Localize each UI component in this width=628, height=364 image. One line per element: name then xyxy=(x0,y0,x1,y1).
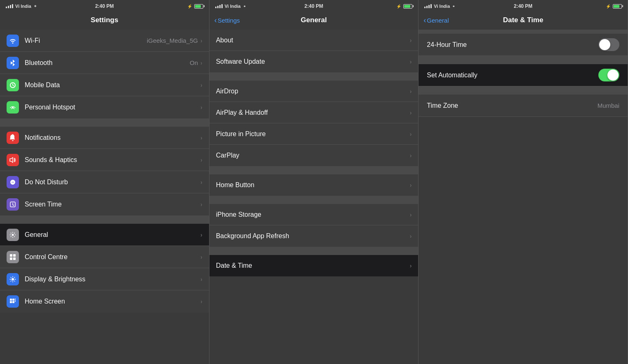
svg-rect-6 xyxy=(13,257,16,260)
iphonestorage-row[interactable]: iPhone Storage › xyxy=(209,204,419,225)
mobiledata-label: Mobile Data xyxy=(25,81,200,89)
general-chevron: › xyxy=(200,232,202,238)
divider-dt2 xyxy=(419,86,628,95)
signal-bar xyxy=(217,6,219,8)
svg-rect-9 xyxy=(10,301,12,303)
battery-1 xyxy=(194,4,203,9)
divider-1 xyxy=(0,118,209,127)
time-2: 2:40 PM xyxy=(305,3,323,9)
datetime-panel: Vi India ⚬ 2:40 PM ⚡ ‹ General Date & Ti… xyxy=(419,0,628,364)
bgrefresh-chevron: › xyxy=(410,233,412,239)
back-to-settings[interactable]: ‹ Settings xyxy=(214,17,240,24)
svg-rect-8 xyxy=(10,299,12,301)
setauto-label: Set Automatically xyxy=(427,72,598,79)
battery-2 xyxy=(403,4,412,9)
signal-bar xyxy=(424,7,426,8)
storage-chevron: › xyxy=(410,211,412,218)
setting-hotspot[interactable]: Personal Hotspot › xyxy=(0,96,209,118)
datetime-label: Date & Time xyxy=(216,262,410,269)
hotspot-label: Personal Hotspot xyxy=(25,104,200,111)
back-to-general[interactable]: ‹ General xyxy=(423,17,449,24)
homescreen-icon xyxy=(7,295,19,308)
datetime-title: Date & Time xyxy=(503,16,543,24)
divider-g4 xyxy=(209,247,419,255)
nav-header-datetime: ‹ General Date & Time xyxy=(419,12,628,30)
svg-rect-4 xyxy=(13,254,16,257)
charging-icon-1: ⚡ xyxy=(187,4,192,9)
cc-label: Control Centre xyxy=(25,253,200,261)
24hour-toggle[interactable] xyxy=(598,38,619,51)
setting-mobiledata[interactable]: Mobile Data › xyxy=(0,74,209,96)
setting-controlcentre[interactable]: Control Centre › xyxy=(0,246,209,268)
svg-rect-13 xyxy=(15,300,16,301)
battery-fill-1 xyxy=(195,5,201,8)
setting-notifications[interactable]: Notifications › xyxy=(0,127,209,149)
bgrefresh-row[interactable]: Background App Refresh › xyxy=(209,225,419,247)
setting-bluetooth[interactable]: Bluetooth On › xyxy=(0,52,209,74)
airplay-chevron: › xyxy=(410,109,412,116)
carrier-3: Vi India xyxy=(434,4,450,9)
carrier-1: Vi India xyxy=(15,4,31,9)
battery-fill-3 xyxy=(614,5,619,8)
nav-header-settings: Settings xyxy=(0,12,209,30)
airdrop-chevron: › xyxy=(410,88,412,95)
bluetooth-label: Bluetooth xyxy=(25,59,190,67)
homebutton-chevron: › xyxy=(410,182,412,188)
section-network: Wi-Fi iGeeks_Media_5G › Bluetooth On › M… xyxy=(0,30,209,118)
homebutton-label: Home Button xyxy=(216,181,410,189)
homescreen-label: Home Screen xyxy=(25,298,200,305)
carplay-row[interactable]: CarPlay › xyxy=(209,145,419,166)
datetime-row[interactable]: Date & Time › xyxy=(209,255,419,276)
back-chevron-3: ‹ xyxy=(423,16,426,24)
iphonestorage-label: iPhone Storage xyxy=(216,211,410,218)
signal-bar xyxy=(219,5,221,8)
mobiledata-chevron: › xyxy=(200,82,202,88)
signal-bar xyxy=(430,4,432,8)
section-timezone: Time Zone Mumbai xyxy=(419,95,628,117)
datetime-chevron: › xyxy=(410,262,412,269)
dnd-label: Do Not Disturb xyxy=(25,179,200,186)
signal-bar xyxy=(221,4,223,8)
signal-bar xyxy=(8,6,9,8)
setting-display[interactable]: Display & Brightness › xyxy=(0,268,209,290)
about-row[interactable]: About › xyxy=(209,30,419,51)
section-storage: iPhone Storage › Background App Refresh … xyxy=(209,204,419,247)
airdrop-label: AirDrop xyxy=(216,88,410,95)
setting-homescreen[interactable]: Home Screen › xyxy=(0,290,209,313)
charging-icon-2: ⚡ xyxy=(396,4,401,9)
svg-rect-5 xyxy=(10,257,12,260)
back-label-3: General xyxy=(427,17,449,24)
setting-screentime[interactable]: Screen Time › xyxy=(0,193,209,216)
wifi-value: iGeeks_Media_5G xyxy=(147,37,198,44)
pip-chevron: › xyxy=(410,131,412,137)
hotspot-chevron: › xyxy=(200,104,202,111)
timezone-row[interactable]: Time Zone Mumbai xyxy=(419,95,628,117)
airplay-row[interactable]: AirPlay & Handoff › xyxy=(209,102,419,123)
about-label: About xyxy=(216,37,410,44)
homebutton-row[interactable]: Home Button › xyxy=(209,174,419,196)
signal-bar xyxy=(428,5,430,8)
signal-bar xyxy=(426,6,428,8)
setting-general[interactable]: General › xyxy=(0,224,209,246)
setauto-toggle[interactable] xyxy=(598,69,619,81)
svg-rect-11 xyxy=(12,301,14,303)
divider-dt1 xyxy=(419,56,628,64)
pip-row[interactable]: Picture in Picture › xyxy=(209,123,419,145)
bluetooth-chevron: › xyxy=(200,60,202,66)
divider-g2 xyxy=(209,166,419,174)
setting-sounds[interactable]: Sounds & Haptics › xyxy=(0,149,209,171)
setting-donotdisturb[interactable]: Do Not Disturb › xyxy=(0,171,209,193)
battery-fill-2 xyxy=(404,5,410,8)
back-chevron-2: ‹ xyxy=(214,16,217,24)
status-right-1: ⚡ xyxy=(187,4,203,9)
svg-point-7 xyxy=(12,278,14,281)
airplay-label: AirPlay & Handoff xyxy=(216,109,410,116)
wifi-icon-1: ⚬ xyxy=(33,4,37,9)
display-chevron: › xyxy=(200,276,202,283)
softwareupdate-row[interactable]: Software Update › xyxy=(209,51,419,72)
section-homebutton: Home Button › xyxy=(209,174,419,196)
divider-g3 xyxy=(209,196,419,204)
airdrop-row[interactable]: AirDrop › xyxy=(209,81,419,102)
screentime-chevron: › xyxy=(200,201,202,208)
setting-wifi[interactable]: Wi-Fi iGeeks_Media_5G › xyxy=(0,30,209,52)
